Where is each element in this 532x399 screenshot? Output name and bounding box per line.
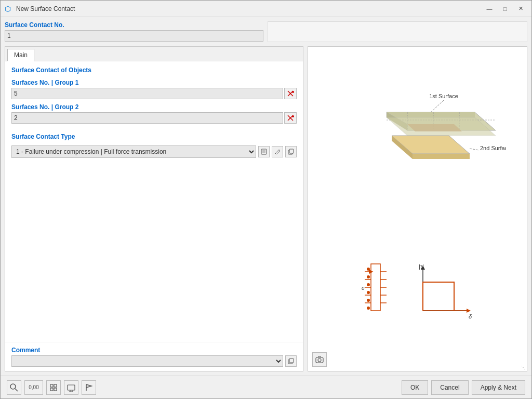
type-copy-button[interactable] — [285, 146, 297, 157]
svg-point-2 — [292, 91, 294, 93]
svg-point-31 — [367, 283, 370, 286]
svg-line-56 — [15, 389, 18, 391]
svg-point-5 — [292, 115, 294, 117]
group1-field: Surfaces No. | Group 1 — [11, 79, 297, 99]
comment-select[interactable] — [11, 355, 283, 367]
svg-marker-21 — [392, 136, 470, 154]
svg-marker-15 — [387, 112, 475, 117]
svg-rect-28 — [371, 264, 380, 311]
main-window: ⬡ New Surface Contact — □ ✕ Surface Cont… — [0, 0, 532, 399]
svg-text:σ: σ — [362, 285, 365, 291]
group1-input[interactable] — [11, 88, 283, 99]
svg-text:δ: δ — [469, 313, 472, 320]
comment-section: Comment — [5, 342, 303, 371]
search-tool-button[interactable] — [7, 380, 21, 395]
svg-point-33 — [367, 299, 370, 302]
titlebar: ⬡ New Surface Contact — □ ✕ — [1, 1, 531, 17]
top-preview-area — [268, 21, 527, 42]
flag-tool-button[interactable] — [82, 380, 96, 395]
section-title-objects: Surface Contact of Objects — [11, 66, 297, 74]
type-select[interactable]: 1 - Failure under compression | Full for… — [11, 145, 256, 158]
group2-label: Surfaces No. | Group 2 — [11, 103, 297, 111]
diagram-area: 1st Surface — [308, 47, 527, 371]
surface-3d-diagram: 1st Surface — [329, 89, 506, 193]
svg-point-30 — [367, 275, 370, 278]
contact-no-input[interactable] — [5, 30, 263, 42]
group1-select-button[interactable] — [284, 88, 297, 99]
content-area: Surface Contact No. Main Surface Contact… — [1, 17, 531, 376]
tab-main[interactable]: Main — [7, 49, 34, 61]
close-button[interactable]: ✕ — [514, 4, 527, 14]
comment-label: Comment — [11, 347, 297, 354]
right-panel: 1st Surface — [308, 46, 527, 371]
type-edit-button[interactable] — [272, 146, 283, 157]
contact-no-area: Surface Contact No. — [5, 21, 263, 42]
svg-point-34 — [367, 307, 370, 310]
svg-line-25 — [470, 149, 479, 150]
group2-input-row — [11, 112, 297, 124]
window-title: New Surface Contact — [16, 5, 483, 12]
maximize-button[interactable]: □ — [498, 4, 512, 14]
svg-rect-59 — [50, 388, 53, 391]
type-view-button[interactable] — [258, 146, 270, 157]
display-tool-button[interactable] — [64, 380, 78, 395]
section-title-type: Surface Contact Type — [11, 133, 297, 140]
settings-tool-button[interactable] — [46, 380, 61, 395]
bottom-bar: 0,00 OK Cancel Apply & Next — [1, 376, 531, 398]
svg-marker-22 — [413, 154, 470, 159]
graph-area: σ — [355, 256, 480, 329]
resize-handle[interactable]: ⋱ — [521, 365, 527, 371]
svg-point-55 — [10, 384, 16, 389]
main-panels: Main Surface Contact of Objects Surfaces… — [1, 46, 531, 376]
tab-bar: Main — [5, 47, 303, 61]
group1-label: Surfaces No. | Group 1 — [11, 79, 297, 86]
contact-no-label: Surface Contact No. — [5, 21, 263, 29]
left-panel: Main Surface Contact of Objects Surfaces… — [5, 46, 303, 371]
right-panel-tool — [312, 352, 327, 367]
apply-next-button[interactable]: Apply & Next — [472, 380, 525, 395]
comment-row — [11, 355, 297, 367]
svg-rect-11 — [289, 358, 294, 363]
group2-select-button[interactable] — [284, 112, 297, 124]
svg-text:|τ|: |τ| — [419, 263, 424, 270]
comment-copy-button[interactable] — [285, 355, 297, 367]
top-section: Surface Contact No. — [1, 17, 531, 46]
minimize-button[interactable]: — — [483, 4, 496, 14]
type-row: 1 - Failure under compression | Full for… — [11, 145, 297, 158]
svg-rect-58 — [54, 384, 57, 387]
cancel-button[interactable]: Cancel — [431, 380, 468, 395]
svg-rect-61 — [68, 385, 75, 390]
form-spacer — [11, 158, 297, 337]
type-section: Surface Contact Type 1 - Failure under c… — [11, 133, 297, 158]
group2-input[interactable] — [11, 112, 283, 124]
svg-text:2nd Surface: 2nd Surface — [480, 145, 506, 151]
group1-input-row — [11, 88, 297, 99]
number-format-button[interactable]: 0,00 — [24, 380, 43, 395]
svg-rect-57 — [50, 384, 53, 387]
form-section: Surface Contact of Objects Surfaces No. … — [5, 61, 303, 342]
svg-rect-60 — [54, 388, 57, 391]
titlebar-controls: — □ ✕ — [483, 4, 527, 14]
group2-field: Surfaces No. | Group 2 — [11, 103, 297, 124]
svg-point-29 — [367, 268, 370, 271]
svg-point-54 — [318, 358, 321, 362]
ok-button[interactable]: OK — [402, 380, 428, 395]
camera-button[interactable] — [312, 352, 327, 367]
window-icon: ⬡ — [5, 5, 13, 13]
svg-rect-9 — [289, 149, 294, 153]
svg-rect-7 — [262, 150, 265, 153]
svg-text:1st Surface: 1st Surface — [429, 93, 458, 99]
svg-point-32 — [367, 291, 370, 294]
